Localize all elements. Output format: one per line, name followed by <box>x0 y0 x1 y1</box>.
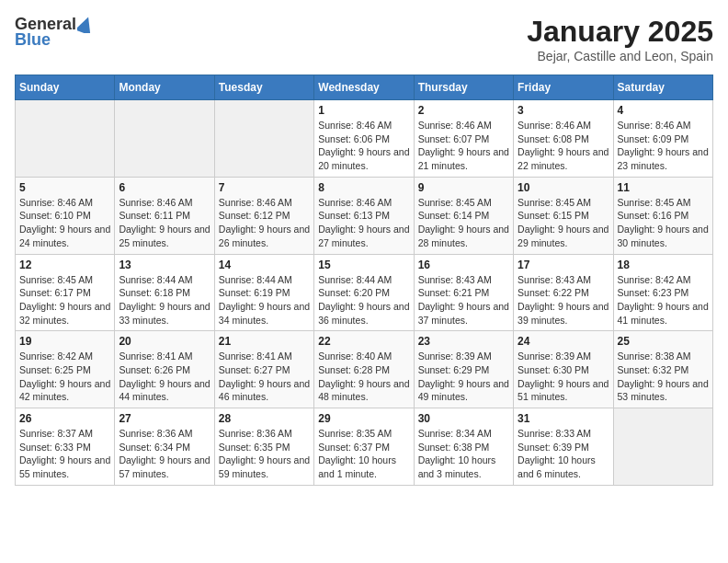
column-header-monday: Monday <box>115 75 214 100</box>
day-info: Sunrise: 8:44 AM Sunset: 6:18 PM Dayligh… <box>119 273 210 327</box>
day-number: 4 <box>618 104 709 117</box>
day-info: Sunrise: 8:38 AM Sunset: 6:32 PM Dayligh… <box>618 350 709 404</box>
day-number: 1 <box>318 104 409 117</box>
calendar-cell: 30Sunrise: 8:34 AM Sunset: 6:38 PM Dayli… <box>414 408 513 486</box>
logo-blue: Blue <box>15 30 51 50</box>
day-info: Sunrise: 8:45 AM Sunset: 6:15 PM Dayligh… <box>518 196 609 250</box>
calendar-cell: 12Sunrise: 8:45 AM Sunset: 6:17 PM Dayli… <box>16 254 115 331</box>
day-info: Sunrise: 8:46 AM Sunset: 6:10 PM Dayligh… <box>19 196 110 250</box>
day-number: 6 <box>119 181 210 194</box>
calendar-cell: 10Sunrise: 8:45 AM Sunset: 6:15 PM Dayli… <box>514 177 613 254</box>
column-header-tuesday: Tuesday <box>214 75 313 100</box>
calendar-cell: 23Sunrise: 8:39 AM Sunset: 6:29 PM Dayli… <box>414 331 513 408</box>
svg-marker-0 <box>77 17 94 33</box>
page-subtitle: Bejar, Castille and Leon, Spain <box>527 49 713 63</box>
calendar-cell: 28Sunrise: 8:36 AM Sunset: 6:35 PM Dayli… <box>214 408 313 486</box>
day-info: Sunrise: 8:45 AM Sunset: 6:16 PM Dayligh… <box>618 196 709 250</box>
day-number: 7 <box>219 181 310 194</box>
day-number: 3 <box>518 104 609 117</box>
page-header: General Blue January 2025 Bejar, Castill… <box>15 15 713 63</box>
day-number: 30 <box>418 412 509 425</box>
day-number: 24 <box>518 335 609 348</box>
day-info: Sunrise: 8:40 AM Sunset: 6:28 PM Dayligh… <box>318 350 409 404</box>
day-number: 29 <box>318 412 409 425</box>
calendar-cell: 15Sunrise: 8:44 AM Sunset: 6:20 PM Dayli… <box>314 254 414 331</box>
day-info: Sunrise: 8:43 AM Sunset: 6:21 PM Dayligh… <box>418 273 509 327</box>
column-header-saturday: Saturday <box>613 75 712 100</box>
calendar-cell: 22Sunrise: 8:40 AM Sunset: 6:28 PM Dayli… <box>314 331 414 408</box>
day-info: Sunrise: 8:46 AM Sunset: 6:11 PM Dayligh… <box>119 196 210 250</box>
calendar-cell: 18Sunrise: 8:42 AM Sunset: 6:23 PM Dayli… <box>613 254 712 331</box>
day-info: Sunrise: 8:37 AM Sunset: 6:33 PM Dayligh… <box>19 427 110 481</box>
day-info: Sunrise: 8:41 AM Sunset: 6:27 PM Dayligh… <box>219 350 310 404</box>
day-info: Sunrise: 8:36 AM Sunset: 6:34 PM Dayligh… <box>119 427 210 481</box>
day-number: 10 <box>518 181 609 194</box>
calendar-cell: 31Sunrise: 8:33 AM Sunset: 6:39 PM Dayli… <box>514 408 613 486</box>
calendar-cell: 13Sunrise: 8:44 AM Sunset: 6:18 PM Dayli… <box>115 254 214 331</box>
day-number: 20 <box>119 335 210 348</box>
day-info: Sunrise: 8:45 AM Sunset: 6:14 PM Dayligh… <box>418 196 509 250</box>
calendar-cell: 24Sunrise: 8:39 AM Sunset: 6:30 PM Dayli… <box>514 331 613 408</box>
day-info: Sunrise: 8:44 AM Sunset: 6:20 PM Dayligh… <box>318 273 409 327</box>
logo-icon <box>77 17 94 33</box>
calendar-week-row: 5Sunrise: 8:46 AM Sunset: 6:10 PM Daylig… <box>16 177 713 254</box>
day-number: 18 <box>618 259 709 271</box>
logo: General Blue <box>15 15 95 50</box>
day-number: 27 <box>119 412 210 425</box>
day-info: Sunrise: 8:46 AM Sunset: 6:06 PM Dayligh… <box>318 119 409 173</box>
calendar-cell: 8Sunrise: 8:46 AM Sunset: 6:13 PM Daylig… <box>314 177 414 254</box>
day-number: 17 <box>518 259 609 271</box>
day-number: 15 <box>318 259 409 271</box>
calendar-cell: 6Sunrise: 8:46 AM Sunset: 6:11 PM Daylig… <box>115 177 214 254</box>
day-info: Sunrise: 8:39 AM Sunset: 6:30 PM Dayligh… <box>518 350 609 404</box>
calendar-cell: 20Sunrise: 8:41 AM Sunset: 6:26 PM Dayli… <box>115 331 214 408</box>
day-number: 11 <box>618 181 709 194</box>
day-number: 28 <box>219 412 310 425</box>
calendar-cell <box>16 100 115 178</box>
column-header-thursday: Thursday <box>414 75 513 100</box>
calendar-cell: 3Sunrise: 8:46 AM Sunset: 6:08 PM Daylig… <box>514 100 613 178</box>
calendar-header: SundayMondayTuesdayWednesdayThursdayFrid… <box>16 75 713 100</box>
day-info: Sunrise: 8:46 AM Sunset: 6:12 PM Dayligh… <box>219 196 310 250</box>
calendar-cell: 5Sunrise: 8:46 AM Sunset: 6:10 PM Daylig… <box>16 177 115 254</box>
calendar-cell <box>115 100 214 178</box>
day-number: 2 <box>418 104 509 117</box>
column-header-wednesday: Wednesday <box>314 75 414 100</box>
day-number: 19 <box>19 335 110 348</box>
day-number: 21 <box>219 335 310 348</box>
day-info: Sunrise: 8:46 AM Sunset: 6:08 PM Dayligh… <box>518 119 609 173</box>
day-info: Sunrise: 8:43 AM Sunset: 6:22 PM Dayligh… <box>518 273 609 327</box>
calendar-cell: 19Sunrise: 8:42 AM Sunset: 6:25 PM Dayli… <box>16 331 115 408</box>
calendar-cell: 26Sunrise: 8:37 AM Sunset: 6:33 PM Dayli… <box>16 408 115 486</box>
calendar-cell: 29Sunrise: 8:35 AM Sunset: 6:37 PM Dayli… <box>314 408 414 486</box>
day-number: 26 <box>19 412 110 425</box>
day-info: Sunrise: 8:41 AM Sunset: 6:26 PM Dayligh… <box>119 350 210 404</box>
day-info: Sunrise: 8:46 AM Sunset: 6:07 PM Dayligh… <box>418 119 509 173</box>
day-info: Sunrise: 8:44 AM Sunset: 6:19 PM Dayligh… <box>219 273 310 327</box>
calendar-cell: 21Sunrise: 8:41 AM Sunset: 6:27 PM Dayli… <box>214 331 313 408</box>
day-number: 22 <box>318 335 409 348</box>
calendar-cell: 16Sunrise: 8:43 AM Sunset: 6:21 PM Dayli… <box>414 254 513 331</box>
calendar-cell: 11Sunrise: 8:45 AM Sunset: 6:16 PM Dayli… <box>613 177 712 254</box>
day-number: 16 <box>418 259 509 271</box>
day-number: 31 <box>518 412 609 425</box>
calendar-week-row: 1Sunrise: 8:46 AM Sunset: 6:06 PM Daylig… <box>16 100 713 178</box>
calendar-week-row: 26Sunrise: 8:37 AM Sunset: 6:33 PM Dayli… <box>16 408 713 486</box>
day-number: 13 <box>119 259 210 271</box>
day-info: Sunrise: 8:42 AM Sunset: 6:23 PM Dayligh… <box>618 273 709 327</box>
day-info: Sunrise: 8:42 AM Sunset: 6:25 PM Dayligh… <box>19 350 110 404</box>
title-area: January 2025 Bejar, Castille and Leon, S… <box>527 15 713 63</box>
day-info: Sunrise: 8:45 AM Sunset: 6:17 PM Dayligh… <box>19 273 110 327</box>
day-number: 14 <box>219 259 310 271</box>
calendar-body: 1Sunrise: 8:46 AM Sunset: 6:06 PM Daylig… <box>16 100 713 486</box>
calendar-cell: 25Sunrise: 8:38 AM Sunset: 6:32 PM Dayli… <box>613 331 712 408</box>
calendar-week-row: 12Sunrise: 8:45 AM Sunset: 6:17 PM Dayli… <box>16 254 713 331</box>
day-info: Sunrise: 8:39 AM Sunset: 6:29 PM Dayligh… <box>418 350 509 404</box>
day-number: 9 <box>418 181 509 194</box>
calendar-cell: 4Sunrise: 8:46 AM Sunset: 6:09 PM Daylig… <box>613 100 712 178</box>
day-info: Sunrise: 8:46 AM Sunset: 6:13 PM Dayligh… <box>318 196 409 250</box>
calendar-cell: 17Sunrise: 8:43 AM Sunset: 6:22 PM Dayli… <box>514 254 613 331</box>
day-info: Sunrise: 8:36 AM Sunset: 6:35 PM Dayligh… <box>219 427 310 481</box>
calendar-cell <box>613 408 712 486</box>
day-number: 5 <box>19 181 110 194</box>
